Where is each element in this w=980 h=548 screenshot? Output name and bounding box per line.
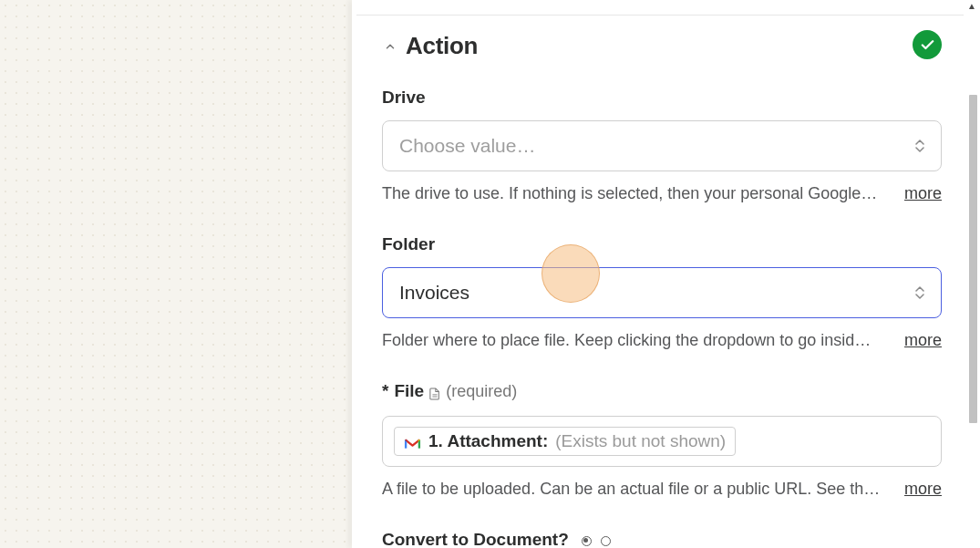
token-sublabel: (Exists but not shown) bbox=[555, 431, 726, 451]
field-label-folder: Folder bbox=[382, 234, 942, 254]
required-asterisk: * bbox=[382, 381, 388, 401]
file-input[interactable]: 1. Attachment: (Exists but not shown) bbox=[382, 416, 942, 467]
file-icon bbox=[429, 385, 440, 398]
dropdown-placeholder: Choose value… bbox=[399, 135, 535, 157]
more-link[interactable]: more bbox=[904, 480, 942, 499]
section-title: Action bbox=[406, 32, 478, 60]
help-text-file: A file to be uploaded. Can be an actual … bbox=[382, 480, 886, 499]
token-label: 1. Attachment: bbox=[428, 431, 548, 451]
attachment-token[interactable]: 1. Attachment: (Exists but not shown) bbox=[394, 427, 736, 456]
check-icon bbox=[920, 37, 935, 53]
field-folder: Folder Invoices Folder where to place fi… bbox=[382, 234, 942, 350]
help-text-folder: Folder where to place file. Keep clickin… bbox=[382, 331, 886, 350]
help-text-drive: The drive to use. If nothing is selected… bbox=[382, 184, 886, 203]
canvas-background bbox=[0, 0, 352, 548]
updown-arrows-icon bbox=[915, 140, 924, 152]
radio-option-2[interactable] bbox=[601, 536, 611, 546]
field-drive: Drive Choose value… The drive to use. If… bbox=[382, 88, 942, 203]
chevron-up-icon[interactable] bbox=[382, 38, 398, 55]
divider bbox=[356, 15, 964, 16]
drive-dropdown[interactable]: Choose value… bbox=[382, 120, 942, 171]
config-panel: ▲ Action Drive Choose value… bbox=[352, 0, 980, 548]
radio-group bbox=[582, 535, 611, 545]
convert-label-text: Convert to Document? bbox=[382, 530, 569, 548]
scroll-up-arrow[interactable]: ▲ bbox=[967, 2, 976, 11]
folder-dropdown[interactable]: Invoices bbox=[382, 267, 942, 318]
more-link[interactable]: more bbox=[904, 331, 942, 350]
field-label-file: * File (required) bbox=[382, 381, 942, 401]
gmail-icon bbox=[404, 435, 421, 448]
required-suffix: (required) bbox=[446, 382, 517, 401]
updown-arrows-icon bbox=[915, 286, 924, 299]
field-file: * File (required) bbox=[382, 381, 942, 499]
field-label-convert: Convert to Document? bbox=[382, 530, 942, 548]
field-label-drive: Drive bbox=[382, 88, 942, 108]
dropdown-value: Invoices bbox=[399, 282, 469, 304]
file-label-text: File bbox=[394, 381, 424, 401]
radio-option-1[interactable] bbox=[582, 536, 592, 546]
field-convert: Convert to Document? bbox=[382, 530, 942, 548]
more-link[interactable]: more bbox=[904, 184, 942, 203]
success-check-badge bbox=[913, 30, 942, 59]
